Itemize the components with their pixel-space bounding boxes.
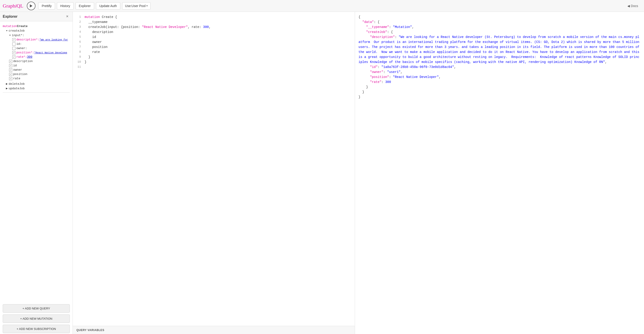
position-out-field: position	[13, 72, 27, 76]
line-2: 2 __typename	[73, 19, 355, 24]
query-editor-panel: 1 mutation Create { 2 __typename 3 creat…	[73, 12, 355, 334]
id-out-field: id	[13, 64, 17, 67]
position-output-item[interactable]: ✓ position	[3, 72, 70, 76]
update-auth-button[interactable]: Update Auth	[96, 2, 120, 9]
description-field-value: "We are looking for	[39, 38, 68, 41]
mutation-label[interactable]: mutation Create	[3, 24, 70, 28]
rate-out-checkbox[interactable]: ✓	[9, 77, 12, 80]
id-field-name: id:	[16, 42, 22, 46]
result-line-close-job: }	[358, 84, 640, 89]
result-panel: { "data": { "__typename": "Mutation", "c…	[355, 12, 644, 334]
result-line-2: "data": {	[358, 19, 640, 24]
position-out-checkbox[interactable]: ✓	[9, 73, 12, 76]
result-line-rate: "rate": 300	[358, 79, 640, 84]
description-input-item[interactable]: ✓ description*: "We are looking for	[3, 37, 70, 42]
rate-out-field: rate	[13, 77, 20, 80]
prettify-button[interactable]: Prettify	[38, 2, 55, 9]
owner-field-name: owner:	[16, 46, 27, 50]
query-variables-bar[interactable]: QUERY VARIABLES	[73, 326, 355, 334]
owner-out-field: owner	[13, 68, 22, 71]
delete-job-field: deleteJob	[9, 82, 24, 86]
line-10: 10 }	[73, 59, 355, 64]
update-job-item[interactable]: ▶ updateJob	[3, 86, 70, 91]
create-job-item[interactable]: ▾ createJob	[3, 28, 70, 33]
run-button[interactable]	[27, 1, 36, 10]
play-icon	[30, 4, 33, 7]
description-checkbox[interactable]: ✓	[12, 38, 16, 41]
position-input-item[interactable]: ✓ position*: "React Native Develope	[3, 50, 70, 55]
rate-checkbox[interactable]: ✓	[12, 55, 16, 59]
create-job-field: createJob	[9, 29, 24, 32]
description-field-name: description*:	[16, 38, 39, 41]
logo-i: i	[15, 3, 16, 9]
delete-job-arrow: ▶	[6, 82, 9, 86]
query-editor[interactable]: 1 mutation Create { 2 __typename 3 creat…	[73, 12, 355, 326]
line-1: 1 mutation Create {	[73, 14, 355, 19]
position-field-name: position*:	[16, 51, 34, 54]
mutation-name: Create	[17, 24, 28, 28]
desc-out-checkbox[interactable]: ✓	[9, 60, 12, 63]
app-header: GraphiQL Prettify History Explorer Updat…	[0, 0, 644, 12]
result-line-1: {	[358, 14, 640, 19]
result-line-desc: "description": "We are looking for a Rea…	[358, 34, 640, 64]
id-input-item[interactable]: id:	[3, 42, 70, 46]
result-line-position: "position": "React Native Developer",	[358, 74, 640, 79]
owner-output-item[interactable]: ✓ owner	[3, 68, 70, 72]
explorer-tree: mutation Create ▾ createJob ▾ input*: ✓ …	[0, 21, 72, 303]
mutation-keyword: mutation	[3, 24, 17, 28]
svg-marker-0	[30, 4, 33, 7]
use-pool-button[interactable]: Use:User Pool ▾	[122, 2, 150, 9]
line-9: 9 }	[73, 54, 355, 59]
input-item[interactable]: ▾ input*:	[3, 33, 70, 37]
line-6: 6 owner	[73, 39, 355, 44]
query-variables-label: QUERY VARIABLES	[76, 329, 104, 332]
delete-job-item[interactable]: ▶ deleteJob	[3, 82, 70, 86]
line-11: 11	[73, 64, 355, 69]
line-7: 7 position	[73, 44, 355, 49]
rate-field-name: rate*:	[16, 55, 27, 59]
add-new-query-button[interactable]: + ADD NEW QUERY	[3, 304, 70, 313]
dropdown-arrow-icon: ▾	[146, 4, 148, 7]
explorer-button[interactable]: Explorer	[76, 2, 94, 9]
rate-output-item[interactable]: ✓ rate	[3, 76, 70, 81]
owner-out-checkbox[interactable]: ✓	[9, 68, 12, 71]
result-line-id: "id": "1a8a763f-28b8-450a-96f0-73e0d1d8a…	[358, 64, 640, 69]
line-5: 5 id	[73, 34, 355, 39]
expand-arrow-input: ▾	[9, 33, 12, 37]
desc-out-field: description	[13, 59, 33, 63]
explorer-close-button[interactable]: ×	[64, 14, 70, 19]
docs-button[interactable]: ◀ Docs	[624, 3, 641, 9]
input-field: input*:	[12, 34, 24, 37]
id-out-checkbox[interactable]: ✓	[9, 64, 12, 67]
update-job-arrow: ▶	[6, 87, 9, 90]
expand-arrow: ▾	[6, 29, 9, 32]
history-button[interactable]: History	[57, 2, 74, 9]
line-4: 4 description	[73, 29, 355, 34]
result-line-4: "createJob": {	[358, 29, 640, 34]
add-new-subscription-button[interactable]: + ADD NEW SUBSCRIPTION	[3, 325, 70, 333]
main-layout: Explorer × mutation Create ▾ createJob ▾…	[0, 12, 644, 334]
rate-field-value: 300	[27, 55, 32, 59]
update-job-field: updateJob	[9, 87, 24, 90]
position-field-value: "React Native Develope	[34, 51, 67, 54]
explorer-title: Explorer	[3, 14, 18, 19]
use-pool-label: Use:User Pool	[125, 4, 146, 8]
rate-input-item[interactable]: ✓ rate*: 300	[3, 55, 70, 59]
owner-checkbox[interactable]	[12, 47, 16, 50]
description-output-item[interactable]: ✓ description	[3, 59, 70, 63]
add-new-mutation-button[interactable]: + ADD NEW MUTATION	[3, 315, 70, 323]
app-logo: GraphiQL	[3, 3, 23, 9]
divider	[3, 92, 70, 93]
id-checkbox[interactable]	[12, 42, 16, 46]
explorer-header: Explorer ×	[0, 12, 72, 21]
result-line-owner: "owner": "user1",	[358, 69, 640, 74]
line-3: 3 createJob(input: {position: "React Nat…	[73, 24, 355, 29]
result-line-3: "__typename": "Mutation",	[358, 24, 640, 29]
result-line-close-root: }	[358, 94, 640, 99]
explorer-panel: Explorer × mutation Create ▾ createJob ▾…	[0, 12, 73, 334]
owner-input-item[interactable]: owner:	[3, 46, 70, 50]
line-8: 8 rate	[73, 49, 355, 54]
result-line-close-data: }	[358, 89, 640, 94]
position-checkbox[interactable]: ✓	[12, 51, 16, 54]
id-output-item[interactable]: ✓ id	[3, 63, 70, 68]
